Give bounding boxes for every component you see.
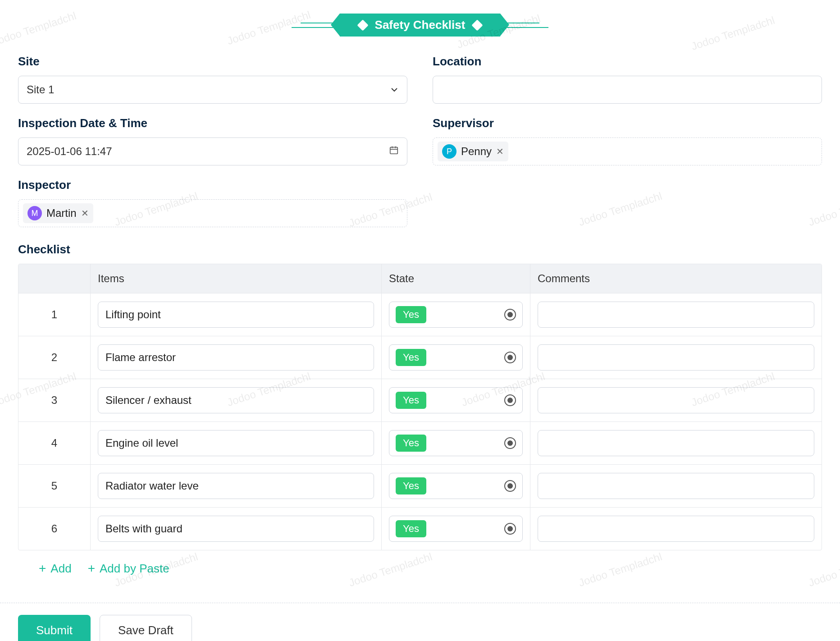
state-select[interactable]: Yes [389, 430, 523, 456]
add-paste-label: Add by Paste [100, 562, 169, 576]
inspector-chip: M Martin ✕ [23, 203, 93, 223]
state-cell: Yes [382, 293, 530, 336]
radio-icon [504, 352, 516, 363]
row-number: 1 [18, 293, 91, 336]
plus-icon: + [39, 561, 46, 576]
banner-ribbon: Safety Checklist [340, 14, 501, 37]
state-tag: Yes [396, 306, 426, 323]
item-cell: Engine oil level [91, 422, 382, 465]
table-row: 4Engine oil levelYes [18, 422, 822, 465]
checklist-label: Checklist [18, 243, 822, 256]
add-label: Add [50, 562, 71, 576]
avatar: M [27, 206, 42, 220]
radio-icon [504, 309, 516, 320]
state-cell: Yes [382, 508, 530, 550]
radio-icon [504, 437, 516, 449]
diamond-icon [472, 19, 483, 31]
radio-icon [504, 394, 516, 406]
item-cell: Flame arrestor [91, 336, 382, 379]
comment-cell [530, 336, 822, 379]
radio-icon [504, 523, 516, 535]
table-row: 3Silencer / exhaustYes [18, 379, 822, 422]
state-tag: Yes [396, 349, 426, 366]
banner-decor-right [506, 23, 548, 28]
diamond-icon [357, 19, 368, 31]
item-input[interactable]: Radiator water leve [98, 473, 374, 499]
comment-input[interactable] [538, 387, 814, 413]
comment-input[interactable] [538, 516, 814, 542]
state-select[interactable]: Yes [389, 302, 523, 328]
comment-input[interactable] [538, 302, 814, 328]
site-value: Site 1 [27, 83, 54, 96]
plus-icon: + [88, 561, 95, 576]
remove-chip-icon[interactable]: ✕ [81, 208, 89, 219]
supervisor-label: Supervisor [433, 116, 822, 130]
supervisor-chip: P Penny ✕ [438, 142, 508, 161]
table-row: 6Belts with guardYes [18, 508, 822, 550]
remove-chip-icon[interactable]: ✕ [496, 146, 504, 157]
location-label: Location [433, 55, 822, 69]
comment-cell [530, 508, 822, 550]
banner-decor-left [292, 23, 334, 28]
table-row: 5Radiator water leveYes [18, 465, 822, 508]
row-number: 5 [18, 465, 91, 508]
state-select[interactable]: Yes [389, 516, 523, 542]
item-cell: Lifting point [91, 293, 382, 336]
inspector-field[interactable]: M Martin ✕ [18, 199, 407, 227]
row-number: 4 [18, 422, 91, 465]
comment-cell [530, 465, 822, 508]
supervisor-name: Penny [461, 145, 492, 158]
state-cell: Yes [382, 336, 530, 379]
row-number: 2 [18, 336, 91, 379]
table-row: 1Lifting pointYes [18, 293, 822, 336]
item-input[interactable]: Lifting point [98, 302, 374, 328]
state-cell: Yes [382, 379, 530, 422]
inspector-name: Martin [46, 207, 77, 220]
item-input[interactable]: Silencer / exhaust [98, 387, 374, 413]
item-input[interactable]: Engine oil level [98, 430, 374, 456]
table-header: Items State Comments [18, 264, 822, 293]
supervisor-field[interactable]: P Penny ✕ [433, 137, 822, 165]
save-draft-button[interactable]: Save Draft [100, 615, 192, 641]
comment-input[interactable] [538, 473, 814, 499]
inspection-date-input[interactable]: 2025-01-06 11:47 [18, 137, 407, 165]
state-select[interactable]: Yes [389, 473, 523, 499]
th-state: State [382, 264, 530, 293]
state-tag: Yes [396, 435, 426, 452]
state-cell: Yes [382, 422, 530, 465]
header-banner: Safety Checklist [18, 14, 822, 37]
row-number: 6 [18, 508, 91, 550]
table-row: 2Flame arrestorYes [18, 336, 822, 379]
calendar-icon [389, 145, 399, 158]
state-select[interactable]: Yes [389, 344, 523, 371]
th-num [18, 264, 91, 293]
location-input[interactable] [433, 76, 822, 104]
comment-input[interactable] [538, 430, 814, 456]
state-cell: Yes [382, 465, 530, 508]
chevron-down-icon [390, 85, 399, 94]
state-tag: Yes [396, 392, 426, 409]
item-cell: Belts with guard [91, 508, 382, 550]
site-select[interactable]: Site 1 [18, 76, 407, 104]
inspection-date-value: 2025-01-06 11:47 [27, 145, 112, 158]
state-select[interactable]: Yes [389, 387, 523, 413]
state-tag: Yes [396, 477, 426, 494]
site-label: Site [18, 55, 407, 69]
radio-icon [504, 480, 516, 492]
add-by-paste-button[interactable]: + Add by Paste [88, 561, 169, 576]
comment-input[interactable] [538, 344, 814, 371]
submit-button[interactable]: Submit [18, 615, 91, 641]
page-title: Safety Checklist [375, 18, 466, 32]
state-tag: Yes [396, 520, 426, 537]
comment-cell [530, 422, 822, 465]
comment-cell [530, 379, 822, 422]
th-comments: Comments [530, 264, 822, 293]
item-input[interactable]: Belts with guard [98, 516, 374, 542]
add-row-button[interactable]: + Add [39, 561, 72, 576]
item-cell: Silencer / exhaust [91, 379, 382, 422]
avatar: P [442, 144, 457, 159]
item-input[interactable]: Flame arrestor [98, 344, 374, 371]
item-cell: Radiator water leve [91, 465, 382, 508]
comment-cell [530, 293, 822, 336]
svg-rect-0 [390, 147, 398, 154]
